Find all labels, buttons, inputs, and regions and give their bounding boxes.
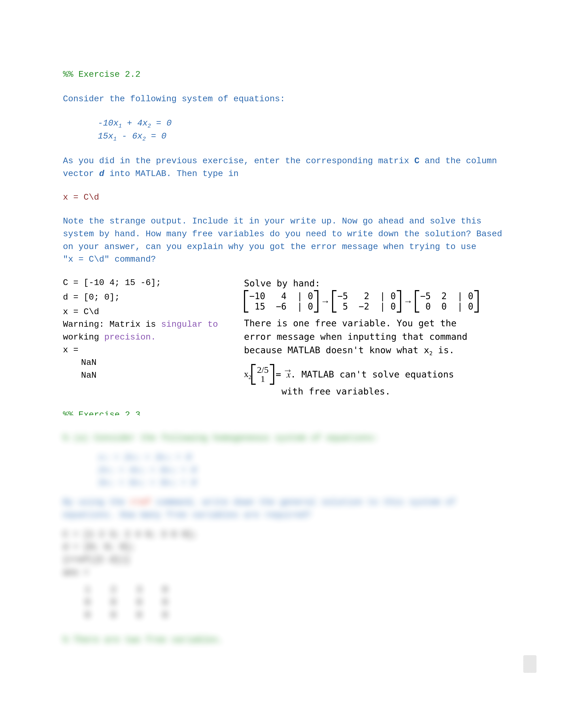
code-l1: C = [-10 4; 15 -6]; [63,277,237,289]
warn-working: working [63,332,104,342]
vec-x: x [244,369,248,379]
blur-tr2: 0 0 0 0 [85,596,167,609]
arrow-icon: → [319,295,332,308]
blur-hint: By using the rref command, write down th… [63,496,502,509]
blur-prompt-a: % (a) Consider the following homogeneous… [63,433,378,443]
code-l7: NaN [63,356,237,369]
intro-text: Consider the following system of equatio… [63,93,502,106]
free-l3b: is. [433,345,454,355]
free-l1: There is one free variable. You get the [244,317,502,330]
m1r1: −10 4 | 0 [249,291,313,301]
note-l2: system by hand. How many free variables … [63,228,502,241]
eq2-sub2: 2 [142,136,146,142]
code-l5: working precision. [63,331,237,344]
equation-1: -10x1 + 4x2 = 0 [63,117,502,130]
arrow-icon: → [401,295,415,308]
m2r1: −5 2 | 0 [337,291,396,301]
right-column: Solve by hand: −10 4 | 0 15 −6 | 0 → −5 … [244,277,502,398]
free-l3-sub: 2 [429,350,433,356]
vec-top: 2/5 [256,365,269,374]
command-line: x = C\d [63,191,502,204]
vector-equation: x2 2/5 1 = 𝑥⃗. MATLAB can't solve equati… [244,364,502,385]
blur-eq2: 2x₁ + 4x₂ + 6x₃ = 0 [63,464,502,477]
eq1-mid: + 4x [122,118,148,128]
blur-code3: [rref([C d])] [63,554,502,567]
eq1-post: = 0 [151,118,172,128]
blur-hint-c: equations. How many free variables are r… [63,509,502,522]
blur-tr3: 0 0 0 0 [85,609,167,622]
blur-tr1: 1 2 3 0 [85,584,167,597]
hand-solve-head: Solve by hand: [244,277,502,290]
code-l2: d = [0; 0]; [63,291,237,304]
two-column-region: C = [-10 4; 15 -6]; d = [0; 0]; x = C\d … [63,277,502,398]
eq2-sub: 1 [113,136,117,142]
warn-precision: precision. [104,332,156,342]
warn-singular: singular to [161,320,218,329]
free-l3a: because MATLAB doesn't know what x [244,345,429,355]
blur-hint-b: command, write down the general solution… [151,497,456,507]
eq2-mid: - 6x [117,131,142,141]
enter-c: C [414,156,419,166]
blur-hint-a: By using the [63,497,130,507]
eq1-part: -10x [98,118,118,128]
vec-bot: 1 [260,374,265,384]
code-l6: x = [63,344,237,357]
note-l1: Note the strange output. Include it in y… [63,215,502,228]
free-l3: because MATLAB doesn't know what x2 is. [244,343,502,357]
warn-pre: Warning: Matrix is [63,320,161,329]
m2r2: 5 −2 | 0 [337,301,396,312]
code-l8: NaN [63,369,237,382]
m3r1: −5 2 | 0 [420,291,473,301]
blur-hint-red: rref [130,497,151,507]
equation-2: 15x1 - 6x2 = 0 [63,130,502,143]
enter-mid2: into MATLAB. Then type in [104,169,239,179]
m3r2: 0 0 | 0 [420,301,473,312]
blur-code2: d = [0; 0; 0]; [63,541,502,554]
free-l2: error message when inputting that comman… [244,330,502,343]
blurred-content: % (a) Consider the following homogeneous… [63,432,502,646]
eq2-part: 15x [98,131,113,141]
note-l4: "x = C\d" command? [63,253,502,266]
eq2-post: = 0 [146,131,166,141]
blur-eq1: x₁ + 2x₂ + 3x₃ = 0 [63,451,502,464]
blur-foot: % There are two free variables. [63,634,502,647]
blur-code4: ans = [63,567,502,579]
left-column: C = [-10 4; 15 -6]; d = [0; 0]; x = C\d … [63,277,237,398]
enter-d: d [99,169,104,179]
code-l4: Warning: Matrix is singular to [63,318,237,331]
blur-prompt: % (a) Consider the following homogeneous… [63,432,502,445]
vec-cont: with free variables. [244,385,502,398]
code-l3: x = C\d [63,306,237,319]
eq1-sub: 1 [118,123,122,129]
note-l3: on your answer, can you explain why you … [63,241,502,253]
blur-code1: C = [1 2 3; 2 4 6; 3 6 9]; [63,528,502,541]
eq1-sub2: 2 [148,123,151,129]
enter-instruction: As you did in the previous exercise, ent… [63,155,502,180]
vec-rest: = 𝑥⃗. MATLAB can't solve equations [275,368,454,381]
vec-sub: 2 [248,374,251,380]
m1r2: 15 −6 | 0 [249,301,313,312]
note-block: Note the strange output. Include it in y… [63,215,502,266]
enter-pre: As you did in the previous exercise, ent… [63,156,414,166]
matrix-reduction: −10 4 | 0 15 −6 | 0 → −5 2 | 0 5 −2 | 0 … [244,290,479,313]
blur-eq3: 3x₁ + 6x₂ + 9x₃ = 0 [63,477,502,490]
section-header-2-2: %% Exercise 2.2 [63,68,502,81]
page-watermark-icon [523,655,537,673]
